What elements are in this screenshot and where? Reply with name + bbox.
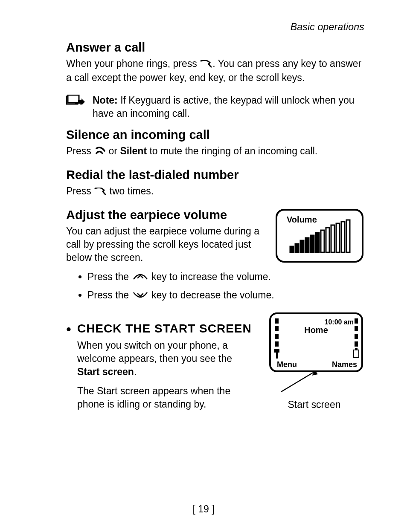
- note-label: Note:: [93, 95, 118, 106]
- send-key-icon: [94, 185, 107, 199]
- heading-answer-call: Answer a call: [66, 40, 364, 55]
- text: two times.: [107, 185, 154, 197]
- text: Press the: [87, 271, 132, 282]
- list-item: Press the key to increase the volume.: [87, 270, 364, 284]
- scroll-up-key-icon: [132, 271, 149, 284]
- text: When you switch on your phone, a welcome…: [77, 340, 232, 364]
- heading-redial: Redial the last-dialed number: [66, 168, 364, 182]
- text: to mute the ringing of an incoming call.: [147, 145, 317, 156]
- section-bullet-icon: •: [66, 323, 71, 336]
- start-screen-softkey-left: Menu: [277, 360, 297, 369]
- note-block: Note: If Keyguard is active, the keypad …: [66, 94, 364, 120]
- scroll-down-key-icon: [132, 289, 149, 303]
- text: Press: [66, 145, 94, 156]
- silent-label: Silent: [120, 145, 147, 156]
- text: or: [109, 145, 120, 156]
- svg-rect-20: [275, 334, 279, 339]
- svg-rect-8: [305, 238, 309, 252]
- page-number: [ 19 ]: [0, 503, 407, 515]
- svg-rect-23: [276, 353, 278, 359]
- paragraph-silence-call: Press or Silent to mute the ringing of a…: [66, 145, 364, 159]
- svg-rect-22: [274, 349, 279, 353]
- end-key-icon: [94, 145, 106, 159]
- running-header: Basic operations: [66, 21, 364, 33]
- svg-rect-7: [300, 240, 304, 252]
- text: key to decrease the volume.: [151, 289, 274, 301]
- note-text: If Keyguard is active, the keypad will u…: [93, 95, 355, 119]
- list-item: Press the key to decrease the volume.: [87, 289, 364, 303]
- start-screen-caption: Start screen: [288, 399, 341, 411]
- svg-rect-26: [355, 334, 358, 339]
- svg-rect-18: [275, 318, 279, 324]
- svg-rect-24: [355, 318, 358, 324]
- svg-rect-6: [295, 244, 299, 252]
- svg-rect-29: [355, 348, 358, 350]
- figure-volume-screen: Volume: [275, 208, 364, 265]
- paragraph-adjust-volume: You can adjust the earpiece volume durin…: [66, 225, 267, 264]
- text: key to increase the volume.: [151, 271, 271, 282]
- text: Press the: [87, 289, 132, 301]
- paragraph-answer-call: When your phone rings, press . You can p…: [66, 57, 364, 84]
- svg-rect-19: [275, 326, 279, 331]
- svg-rect-5: [290, 246, 294, 252]
- volume-screen-label: Volume: [287, 215, 317, 224]
- figure-start-screen: 10:00 am Home Menu Names: [264, 312, 364, 396]
- start-screen-title: Home: [304, 325, 328, 335]
- svg-rect-25: [355, 326, 358, 331]
- volume-bullet-list: Press the key to increase the volume. Pr…: [66, 270, 364, 303]
- svg-rect-9: [311, 235, 314, 252]
- start-screen-time: 10:00 am: [325, 318, 354, 326]
- heading-silence-call: Silence an incoming call: [66, 128, 364, 142]
- svg-line-30: [281, 371, 315, 392]
- svg-rect-27: [355, 341, 358, 347]
- heading-check-start-screen: CHECK THE START SCREEN: [77, 322, 256, 335]
- svg-rect-1: [68, 95, 79, 103]
- note-icon: [66, 95, 85, 109]
- start-screen-softkey-right: Names: [332, 360, 357, 369]
- text: .: [134, 366, 137, 377]
- svg-rect-21: [275, 341, 279, 347]
- paragraph-start-screen-2: The Start screen appears when the phone …: [77, 385, 256, 411]
- text: Press: [66, 185, 94, 197]
- paragraph-redial: Press two times.: [66, 185, 364, 199]
- heading-adjust-volume: Adjust the earpiece volume: [66, 208, 267, 222]
- send-key-icon: [200, 58, 212, 71]
- svg-rect-10: [316, 233, 319, 252]
- start-screen-term: Start screen: [77, 366, 134, 377]
- paragraph-start-screen-1: When you switch on your phone, a welcome…: [77, 339, 256, 379]
- text: When your phone rings, press: [66, 58, 200, 69]
